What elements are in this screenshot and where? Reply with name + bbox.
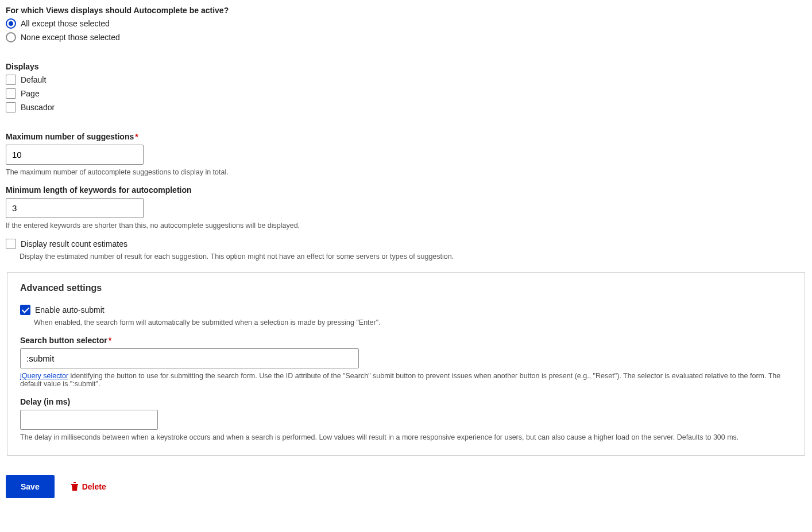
checkbox-default[interactable] bbox=[6, 75, 16, 85]
min-length-section: Minimum length of keywords for autocompl… bbox=[6, 185, 806, 230]
radio-all-except-label[interactable]: All except those selected bbox=[21, 19, 110, 28]
checkbox-option-auto-submit: Enable auto-submit bbox=[20, 305, 792, 315]
search-button-selector-input[interactable] bbox=[20, 348, 359, 368]
result-count-section: Display result count estimates Display t… bbox=[6, 239, 806, 261]
max-suggestions-section: Maximum number of suggestions* The maxim… bbox=[6, 132, 806, 176]
min-length-label: Minimum length of keywords for autocompl… bbox=[6, 185, 806, 195]
required-marker: * bbox=[135, 132, 138, 141]
radio-none-except[interactable] bbox=[6, 32, 16, 42]
checkbox-buscador[interactable] bbox=[6, 102, 16, 112]
advanced-settings-fieldset: Advanced settings Enable auto-submit Whe… bbox=[7, 272, 805, 456]
jquery-selector-link[interactable]: jQuery selector bbox=[20, 372, 68, 380]
delay-description: The delay in milliseconds between when a… bbox=[20, 433, 792, 441]
max-suggestions-label: Maximum number of suggestions* bbox=[6, 132, 806, 141]
delete-button[interactable]: Delete bbox=[67, 481, 110, 492]
auto-submit-description: When enabled, the search form will autom… bbox=[34, 319, 792, 327]
checkbox-page[interactable] bbox=[6, 88, 16, 99]
max-suggestions-input[interactable] bbox=[6, 145, 144, 165]
trash-icon bbox=[71, 482, 79, 491]
checkbox-auto-submit[interactable] bbox=[20, 305, 30, 315]
checkbox-default-label[interactable]: Default bbox=[21, 75, 46, 84]
radio-all-except[interactable] bbox=[6, 18, 16, 29]
checkbox-result-count-label[interactable]: Display result count estimates bbox=[21, 239, 127, 248]
checkbox-buscador-label[interactable]: Buscador bbox=[21, 103, 55, 112]
delay-label: Delay (in ms) bbox=[20, 397, 792, 406]
checkbox-page-label[interactable]: Page bbox=[21, 89, 40, 98]
min-length-input[interactable] bbox=[6, 198, 144, 218]
checkbox-auto-submit-label[interactable]: Enable auto-submit bbox=[35, 305, 105, 314]
min-length-description: If the entered keywords are shorter than… bbox=[6, 222, 806, 230]
checkbox-option-default: Default bbox=[6, 75, 806, 85]
checkbox-option-page: Page bbox=[6, 88, 806, 99]
checkbox-option-result-count: Display result count estimates bbox=[6, 239, 806, 249]
svg-rect-1 bbox=[74, 482, 76, 483]
save-button[interactable]: Save bbox=[6, 475, 55, 498]
search-button-selector-description: jQuery selector identifying the button t… bbox=[20, 372, 792, 388]
advanced-heading: Advanced settings bbox=[20, 283, 792, 293]
svg-rect-0 bbox=[71, 484, 78, 485]
radio-none-except-label[interactable]: None except those selected bbox=[21, 33, 120, 42]
auto-submit-section: Enable auto-submit When enabled, the sea… bbox=[20, 305, 792, 327]
checkbox-result-count[interactable] bbox=[6, 239, 16, 249]
views-active-heading: For which Views displays should Autocomp… bbox=[6, 6, 806, 15]
form-actions: Save Delete bbox=[6, 475, 806, 498]
result-count-description: Display the estimated number of result f… bbox=[20, 253, 806, 261]
radio-option-none-except: None except those selected bbox=[6, 32, 806, 42]
checkbox-option-buscador: Buscador bbox=[6, 102, 806, 112]
views-active-section: For which Views displays should Autocomp… bbox=[6, 6, 806, 42]
search-button-selector-description-rest: identifying the button to use for submit… bbox=[20, 372, 780, 388]
search-button-selector-label: Search button selector* bbox=[20, 336, 792, 345]
displays-heading: Displays bbox=[6, 62, 806, 71]
delete-button-label: Delete bbox=[82, 482, 106, 491]
displays-section: Displays Default Page Buscador bbox=[6, 62, 806, 112]
required-marker: * bbox=[109, 336, 111, 345]
max-suggestions-description: The maximum number of autocomplete sugge… bbox=[6, 168, 806, 176]
delay-section: Delay (in ms) The delay in milliseconds … bbox=[20, 397, 792, 441]
delay-input[interactable] bbox=[20, 410, 158, 430]
search-button-selector-section: Search button selector* jQuery selector … bbox=[20, 336, 792, 388]
radio-option-all-except: All except those selected bbox=[6, 18, 806, 29]
